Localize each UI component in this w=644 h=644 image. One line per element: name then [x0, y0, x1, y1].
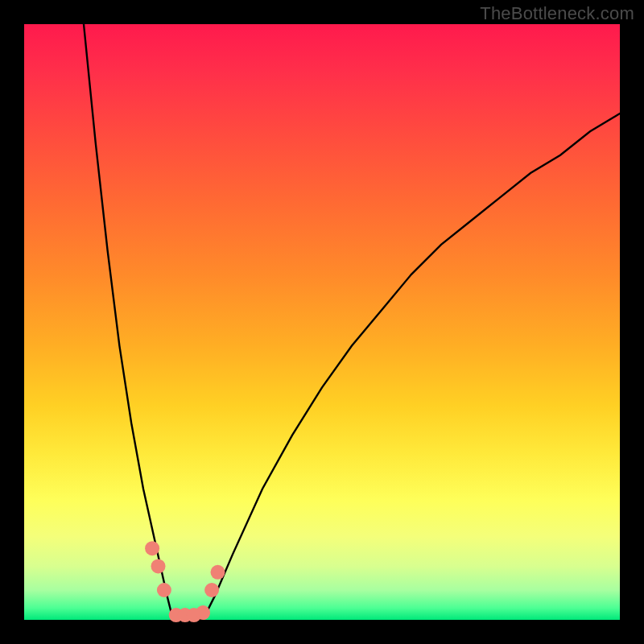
marker-left_cluster_2 [151, 559, 166, 573]
marker-bottom_4 [196, 605, 210, 620]
watermark-text: TheBottleneck.com [480, 3, 634, 24]
marker-left_cluster_3 [157, 583, 171, 597]
marker-left_cluster_1 [145, 541, 159, 555]
curve-group [84, 24, 620, 620]
marker-right_cluster_2 [211, 565, 225, 580]
marker-group [145, 541, 225, 622]
curve-right-branch [203, 114, 620, 620]
chart-frame: TheBottleneck.com [0, 0, 644, 644]
plot-area [24, 24, 620, 620]
bottleneck-curve-svg [24, 24, 620, 620]
marker-right_cluster_1 [204, 583, 219, 597]
curve-left-branch [84, 24, 173, 620]
